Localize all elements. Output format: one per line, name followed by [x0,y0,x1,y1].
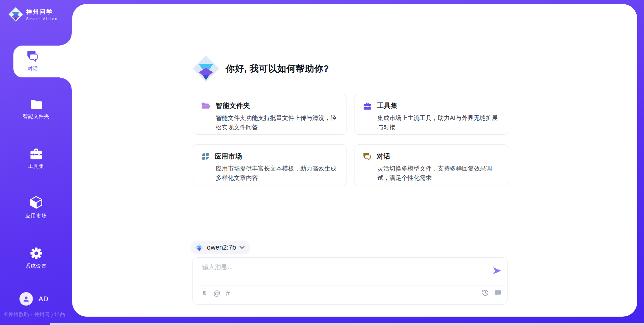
at-icon[interactable]: @ [213,289,220,297]
history-icon [482,289,489,297]
toolbox-icon [29,147,44,160]
app-subtitle: Smart Vision [26,17,58,21]
app-name: 神州问学 [26,8,58,16]
window-bottom-strip [50,323,644,325]
hash-icon[interactable]: # [226,289,230,297]
feature-cards: 智能文件夹 智能文件夹功能支持批量文件上传与清洗，轻松实现文件问答 [193,94,508,185]
sidebar-item-label: 智能文件夹 [0,113,72,120]
history-button[interactable] [482,289,489,297]
send-button[interactable] [492,266,502,276]
sidebar-item-label: 应用市场 [0,213,72,219]
card-app-market[interactable]: 应用市场 应用市场提供丰富长文本模板，助力高效生成多样化文章内容 [193,144,346,185]
pill-fillet-bottom [60,77,72,89]
copyright-footer: ©神州数码 · 神州问学出品 [4,311,65,318]
app-logo: 神州问学 Smart Vision [8,7,58,22]
sidebar-item-label: 工具集 [0,163,72,170]
model-selector[interactable]: qwen2:7b [191,241,250,254]
toolbox-icon [363,102,372,110]
user-name: AD [39,295,49,303]
card-title: 智能文件夹 [216,101,250,110]
card-smart-folder[interactable]: 智能文件夹 智能文件夹功能支持批量文件上传与清洗，轻松实现文件问答 [193,94,346,135]
message-input[interactable] [202,263,480,282]
cube-icon [29,195,43,210]
person-icon [22,295,30,303]
card-description: 灵活切换多模型文件，支持多样回复效果调试，满足个性化需求 [377,164,500,183]
open-folder-icon [201,102,211,110]
greeting-block: 你好, 我可以如何帮助你? [192,54,329,84]
avatar [19,292,33,306]
attach-file-button[interactable] [201,289,208,297]
user-profile[interactable]: AD [19,292,49,306]
chat-bubbles-icon [26,50,40,62]
send-icon [492,266,502,275]
card-description: 集成市场上主流工具，助力AI与外界无缝扩展与对接 [377,113,500,132]
pill-fillet-top [60,34,72,46]
card-title: 工具集 [377,101,398,110]
card-description: 智能文件夹功能支持批量文件上传与清洗，轻松实现文件问答 [216,113,338,132]
sidebar-item-toolset[interactable]: 工具集 [0,147,72,170]
paperclip-icon [201,289,208,297]
diamond-logo-icon [8,7,23,22]
sidebar-item-chat[interactable]: 对话 [13,46,72,77]
model-name: qwen2:7b [207,244,236,251]
chat-square-icon [494,289,501,297]
card-toolset[interactable]: 工具集 集成市场上主流工具，助力AI与外界无缝扩展与对接 [355,94,508,135]
card-title: 对话 [377,152,390,161]
composer-divider [198,285,503,285]
sidebar-item-smart-folder[interactable]: 智能文件夹 [0,98,72,120]
message-composer: @ # [192,257,508,305]
sidebar-item-label: 对话 [13,66,52,72]
chevron-down-icon [239,246,245,249]
diamond-logo-icon [192,54,220,84]
card-chat[interactable]: 对话 灵活切换多模型文件，支持多样回复效果调试，满足个性化需求 [355,144,508,185]
segments-icon [201,152,210,161]
card-title: 应用市场 [215,152,242,161]
new-chat-button[interactable] [494,289,501,297]
folder-icon [30,98,43,110]
sidebar-item-label: 系统设置 [0,263,72,269]
greeting-title: 你好, 我可以如何帮助你? [226,63,329,75]
gear-icon [30,247,43,260]
app-window: 神州问学 Smart Vision 对话 智能文件夹 [0,0,644,325]
sidebar-item-settings[interactable]: 系统设置 [0,247,72,269]
card-description: 应用市场提供丰富长文本模板，助力高效生成多样化文章内容 [216,164,338,183]
sidebar-item-app-market[interactable]: 应用市场 [0,195,72,219]
diamond-logo-icon [195,243,204,252]
chat-bubbles-icon [363,152,372,161]
